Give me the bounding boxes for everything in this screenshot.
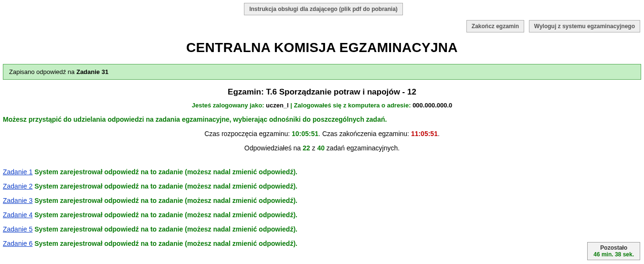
task-row: Zadanie 2 System zarejestrował odpowiedź… xyxy=(3,182,641,190)
answer-saved-prefix: Zapisano odpowiedź na xyxy=(9,68,76,75)
logout-button[interactable]: Wyloguj z systemu egzaminacyjnego xyxy=(529,20,640,32)
logged-user: uczen_l xyxy=(266,102,289,109)
answered-total: 40 xyxy=(317,144,325,152)
login-info-line: Jesteś zalogowany jako: uczen_l | Zalogo… xyxy=(0,102,644,109)
instruction-text: Możesz przystąpić do udzielania odpowied… xyxy=(0,116,644,123)
task-row: Zadanie 6 System zarejestrował odpowiedź… xyxy=(3,240,641,247)
exam-name: T.6 Sporządzanie potraw i napojów - 12 xyxy=(266,87,416,96)
login-separator: | xyxy=(289,102,294,109)
ip-label: Zalogowałeś się z komputera o adresie: xyxy=(294,102,413,109)
page-title: CENTRALNA KOMISJA EGZAMINACYJNA xyxy=(0,40,644,55)
task-link-1[interactable]: Zadanie 1 xyxy=(3,168,32,176)
start-time-label: Czas rozpoczęcia egzaminu: xyxy=(204,130,292,137)
answered-b: z xyxy=(310,144,317,152)
time-remaining-label: Pozostało xyxy=(593,244,634,251)
logged-as-label: Jesteś zalogowany jako: xyxy=(192,102,266,109)
answered-a: Odpowiedziałeś na xyxy=(244,144,303,152)
ip-value: 000.000.000.0 xyxy=(412,102,452,109)
answered-c: zadań egzaminacyjnych. xyxy=(325,144,400,152)
instruction-pdf-button[interactable]: Instrukcja obsługi dla zdającego (plik p… xyxy=(244,3,403,15)
time-remaining-box: Pozostało 46 min. 38 sek. xyxy=(587,242,640,254)
between-dot: . xyxy=(318,130,322,137)
answer-saved-banner: Zapisano odpowiedź na Zadanie 31 xyxy=(3,64,641,80)
end-time-label: Czas zakończenia egzaminu: xyxy=(322,130,411,137)
task-link-3[interactable]: Zadanie 3 xyxy=(3,197,32,204)
task-row: Zadanie 5 System zarejestrował odpowiedź… xyxy=(3,225,641,233)
task-link-2[interactable]: Zadanie 2 xyxy=(3,182,32,190)
answer-saved-task: Zadanie 31 xyxy=(76,68,108,75)
start-time: 10:05:51 xyxy=(292,130,318,137)
time-remaining-value: 46 min. 38 sek. xyxy=(593,251,634,254)
task-list: Zadanie 1 System zarejestrował odpowiedź… xyxy=(0,168,644,247)
finish-exam-button[interactable]: Zakończ egzamin xyxy=(466,20,524,32)
answered-done: 22 xyxy=(303,144,310,152)
exam-name-line: Egzamin: T.6 Sporządzanie potraw i napoj… xyxy=(0,87,644,97)
task-status: System zarejestrował odpowiedź na to zad… xyxy=(34,225,297,233)
task-status: System zarejestrował odpowiedź na to zad… xyxy=(34,240,297,247)
time-line: Czas rozpoczęcia egzaminu: 10:05:51. Cza… xyxy=(0,130,644,137)
task-status: System zarejestrował odpowiedź na to zad… xyxy=(34,197,297,204)
exam-label-prefix: Egzamin: xyxy=(228,87,266,96)
task-row: Zadanie 4 System zarejestrował odpowiedź… xyxy=(3,211,641,219)
end-time: 11:05:51 xyxy=(411,130,438,137)
answered-line: Odpowiedziałeś na 22 z 40 zadań egzamina… xyxy=(0,144,644,152)
task-row: Zadanie 3 System zarejestrował odpowiedź… xyxy=(3,197,641,204)
trailing-dot: . xyxy=(438,130,440,137)
task-status: System zarejestrował odpowiedź na to zad… xyxy=(34,168,297,176)
task-link-6[interactable]: Zadanie 6 xyxy=(3,240,32,247)
task-status: System zarejestrował odpowiedź na to zad… xyxy=(34,182,297,190)
task-link-5[interactable]: Zadanie 5 xyxy=(3,225,32,233)
task-status: System zarejestrował odpowiedź na to zad… xyxy=(34,211,297,219)
task-link-4[interactable]: Zadanie 4 xyxy=(3,211,32,219)
task-row: Zadanie 1 System zarejestrował odpowiedź… xyxy=(3,168,641,176)
